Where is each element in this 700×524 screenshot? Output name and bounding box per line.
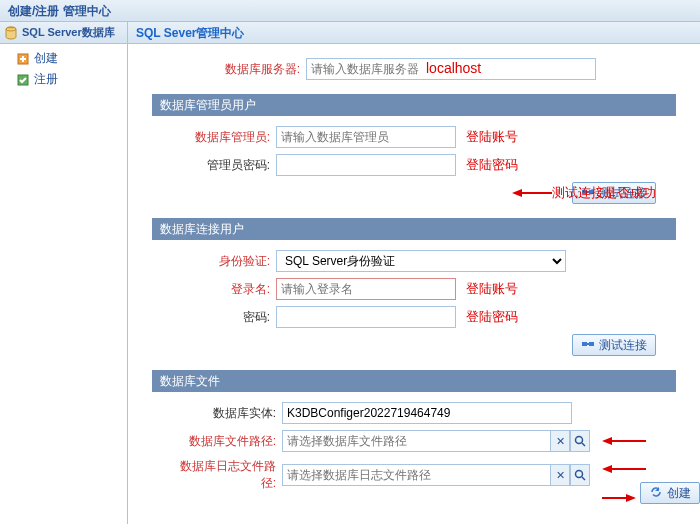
create-button-container: 创建 [640,482,700,504]
sidebar-item-create[interactable]: 创建 [16,48,127,69]
file-path-browse-button[interactable] [570,430,590,452]
file-path-clear-button[interactable]: ✕ [550,430,570,452]
arrow-icon [602,463,646,475]
create-button[interactable]: 创建 [640,482,700,504]
svg-marker-21 [602,465,612,473]
auth-select[interactable]: SQL Server身份验证 [276,250,566,272]
svg-line-15 [582,443,585,446]
search-icon [574,435,586,447]
arrow-icon [602,435,646,447]
admin-input[interactable] [276,126,456,148]
hint-admin-pwd: 登陆密码 [466,156,518,174]
file-path-label: 数据库文件路径: [172,433,282,450]
auth-label: 身份验证: [172,253,276,270]
content: SQL Sever管理中心 数据库服务器: localhost 数据库管理员用户… [128,22,700,524]
admin-pwd-input[interactable] [276,154,456,176]
svg-rect-11 [582,342,587,346]
hint-conn-pwd: 登陆密码 [466,308,518,326]
conn-pwd-input[interactable] [276,306,456,328]
admin-label: 数据库管理员: [172,129,276,146]
section-admin: 数据库管理员用户 [152,94,676,116]
login-input[interactable] [276,278,456,300]
sidebar-item-label: 注册 [34,71,58,88]
log-path-input[interactable] [282,464,550,486]
svg-marker-10 [512,189,522,197]
hint-login-account: 登陆账号 [466,280,518,298]
log-path-clear-button[interactable]: ✕ [550,464,570,486]
svg-rect-6 [582,190,587,194]
section-files: 数据库文件 [152,370,676,392]
refresh-icon [649,485,663,502]
admin-test-button[interactable]: 测试连接 [572,182,656,204]
arrow-icon [512,187,552,199]
search-icon [574,469,586,481]
log-path-browse-button[interactable] [570,464,590,486]
sidebar-tree: 创建 注册 [0,44,127,90]
connect-icon [581,185,595,202]
create-icon [16,52,30,66]
login-label: 登录名: [172,281,276,298]
connect-icon [581,337,595,354]
svg-point-18 [576,471,583,478]
server-label: 数据库服务器: [202,61,306,78]
file-path-input[interactable] [282,430,550,452]
sidebar-header-label: SQL Server数据库 [22,25,115,40]
admin-pwd-label: 管理员密码: [172,157,276,174]
entity-input[interactable] [282,402,572,424]
sidebar-item-register[interactable]: 注册 [16,69,127,90]
sidebar-header: SQL Server数据库 [0,22,127,44]
log-path-label: 数据库日志文件路径: [172,458,282,492]
conn-test-button[interactable]: 测试连接 [572,334,656,356]
server-input[interactable] [306,58,596,80]
sidebar-item-label: 创建 [34,50,58,67]
sidebar: SQL Server数据库 创建 注册 [0,22,128,524]
svg-point-14 [576,437,583,444]
window-title: 创建/注册 管理中心 [0,0,700,22]
svg-marker-17 [602,437,612,445]
register-icon [16,73,30,87]
conn-pwd-label: 密码: [172,309,276,326]
entity-label: 数据库实体: [172,405,282,422]
svg-rect-7 [589,190,594,194]
section-conn: 数据库连接用户 [152,218,676,240]
svg-rect-12 [589,342,594,346]
content-header: SQL Sever管理中心 [128,22,700,44]
svg-line-19 [582,477,585,480]
hint-admin-account: 登陆账号 [466,128,518,146]
database-icon [4,26,18,40]
